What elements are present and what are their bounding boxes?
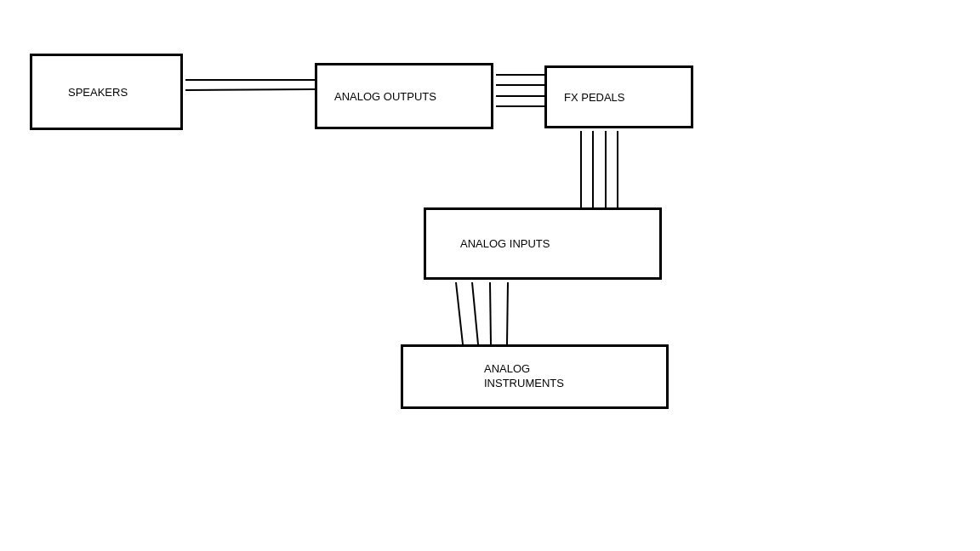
node-label: ANALOG OUTPUTS — [334, 90, 436, 103]
node-label: SPEAKERS — [68, 86, 128, 99]
signal-flow-diagram: SPEAKERS ANALOG OUTPUTS FX PEDALS ANALOG… — [0, 0, 980, 551]
node-label: ANALOG INSTRUMENTS — [484, 362, 564, 391]
svg-line-10 — [456, 282, 463, 344]
node-analog-instruments: ANALOG INSTRUMENTS — [401, 344, 669, 409]
node-analog-inputs: ANALOG INPUTS — [424, 207, 662, 280]
node-label: ANALOG INPUTS — [460, 237, 550, 250]
node-speakers: SPEAKERS — [30, 54, 183, 130]
svg-line-1 — [185, 89, 315, 90]
svg-line-11 — [472, 282, 478, 344]
node-fx-pedals: FX PEDALS — [544, 65, 693, 128]
node-analog-outputs: ANALOG OUTPUTS — [315, 63, 493, 129]
svg-line-13 — [507, 282, 508, 344]
node-label: FX PEDALS — [564, 91, 625, 104]
svg-line-12 — [490, 282, 491, 344]
